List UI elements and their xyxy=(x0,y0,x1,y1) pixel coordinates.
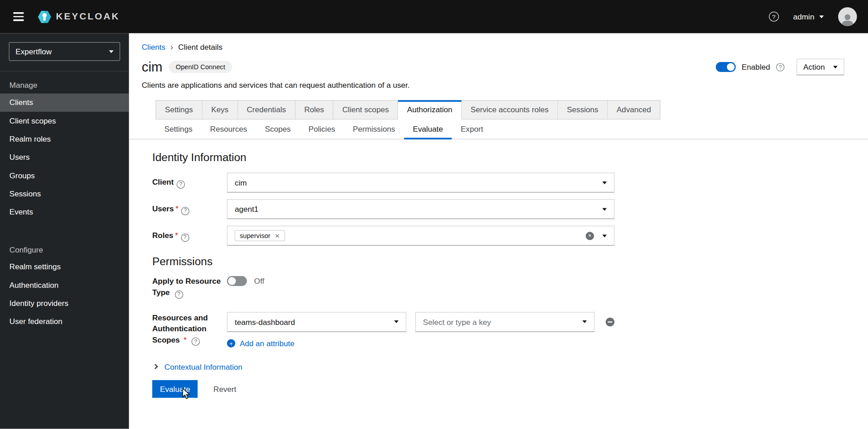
help-icon[interactable]: ? xyxy=(181,234,189,242)
roles-multiselect[interactable]: supervisor ✕ ✕ xyxy=(227,226,614,246)
sidebar-item-user-federation[interactable]: User federation xyxy=(0,313,129,331)
contextual-information-expander[interactable]: Contextual Information xyxy=(152,362,868,371)
users-field-row: Users*? agent1 xyxy=(152,199,868,219)
sidebar-item-realm-roles[interactable]: Realm roles xyxy=(0,130,129,148)
help-icon[interactable]: ? xyxy=(192,338,200,346)
clear-selection-icon[interactable]: ✕ xyxy=(586,232,594,240)
subtab-policies[interactable]: Policies xyxy=(300,119,344,139)
help-icon[interactable]: ? xyxy=(181,207,189,215)
users-field-label: Users*? xyxy=(152,203,227,215)
apply-resource-type-control: Off xyxy=(227,276,614,286)
tab-credentials[interactable]: Credentials xyxy=(238,100,295,119)
roles-field-row: Roles*? supervisor ✕ ✕ xyxy=(152,226,868,246)
tab-client-scopes[interactable]: Client scopes xyxy=(333,100,398,119)
sidebar-item-client-scopes[interactable]: Client scopes xyxy=(0,112,129,130)
sidebar-item-identity-providers[interactable]: Identity providers xyxy=(0,294,129,312)
roles-field-label: Roles*? xyxy=(152,230,227,242)
sidebar-section-configure: Configure Realm settings Authentication … xyxy=(0,236,129,331)
realm-selector[interactable]: Expertflow xyxy=(9,42,120,61)
role-chip-label: supervisor xyxy=(240,232,270,239)
tab-service-accounts-roles[interactable]: Service accounts roles xyxy=(462,100,558,119)
sidebar-item-events[interactable]: Events xyxy=(0,203,129,221)
remove-attribute-icon[interactable] xyxy=(606,317,615,326)
required-asterisk: * xyxy=(175,231,178,240)
subtab-scopes[interactable]: Scopes xyxy=(256,119,299,139)
add-attribute-link[interactable]: + Add an attribute xyxy=(227,339,294,348)
sidebar-item-sessions[interactable]: Sessions xyxy=(0,185,129,203)
help-icon[interactable]: ? xyxy=(776,63,784,71)
tab-roles[interactable]: Roles xyxy=(295,100,333,119)
enabled-toggle[interactable] xyxy=(715,62,735,72)
tab-authorization[interactable]: Authorization xyxy=(398,100,462,119)
sidebar-section-manage: Manage Clients Client scopes Realm roles… xyxy=(0,72,129,221)
protocol-badge: OpenID Connect xyxy=(169,61,232,73)
breadcrumb: Clients › Client details xyxy=(129,33,868,51)
users-select[interactable]: agent1 xyxy=(227,199,614,219)
help-icon[interactable]: ? xyxy=(769,12,779,22)
apply-resource-type-row: Apply to Resource Type ? Off xyxy=(152,276,868,299)
tab-sessions[interactable]: Sessions xyxy=(558,100,608,119)
apply-resource-type-toggle[interactable] xyxy=(227,276,247,286)
sidebar-item-groups[interactable]: Groups xyxy=(0,167,129,185)
resources-scopes-row: Resources and Authentication Scopes * ? … xyxy=(152,312,868,348)
help-icon[interactable]: ? xyxy=(175,290,183,298)
sidebar-item-users[interactable]: Users xyxy=(0,148,129,167)
keycloak-admin-console: KEYCLOAK ? admin Expertflow Mana xyxy=(0,0,868,429)
tab-keys[interactable]: Keys xyxy=(202,100,238,119)
client-field-row: Client? cim xyxy=(152,172,868,192)
revert-button[interactable]: Revert xyxy=(213,384,236,393)
masthead-right: ? admin xyxy=(769,7,858,26)
client-select-value: cim xyxy=(235,178,247,187)
client-select[interactable]: cim xyxy=(227,172,614,192)
chevron-down-icon xyxy=(833,66,838,68)
role-chip-supervisor: supervisor ✕ xyxy=(235,230,285,241)
sidebar-gap xyxy=(0,221,129,236)
nav-toggle-icon[interactable] xyxy=(10,9,27,24)
user-avatar-icon xyxy=(840,13,855,26)
contextual-information-link[interactable]: Contextual Information xyxy=(164,362,242,371)
subtab-permissions[interactable]: Permissions xyxy=(344,119,404,139)
chevron-down-icon xyxy=(602,234,607,237)
chip-remove-icon[interactable]: ✕ xyxy=(275,233,280,238)
chevron-down-icon xyxy=(394,320,398,323)
chevron-down-icon xyxy=(109,50,114,53)
client-field-label: Client? xyxy=(152,176,227,188)
scope-key-select[interactable]: Select or type a key xyxy=(415,312,595,332)
avatar[interactable] xyxy=(838,7,857,26)
page-header-actions: Enabled ? Action xyxy=(715,59,844,76)
sidebar: Expertflow Manage Clients Client scopes … xyxy=(0,33,129,429)
help-icon[interactable]: ? xyxy=(177,180,185,188)
keycloak-logo-icon xyxy=(37,9,52,24)
subtab-export[interactable]: Export xyxy=(452,119,492,139)
evaluate-button[interactable]: Evaluate xyxy=(152,380,198,397)
user-menu[interactable]: admin xyxy=(793,12,824,21)
authorization-subtabs: Settings Resources Scopes Policies Permi… xyxy=(129,119,868,139)
client-description: Clients are applications and services th… xyxy=(129,75,868,90)
sidebar-section-title: Configure xyxy=(0,236,129,258)
action-dropdown-label: Action xyxy=(803,62,825,72)
realm-selector-value: Expertflow xyxy=(15,47,52,56)
breadcrumb-current: Client details xyxy=(178,43,222,52)
sidebar-item-realm-settings[interactable]: Realm settings xyxy=(0,258,129,276)
tab-settings[interactable]: Settings xyxy=(156,100,202,119)
chevron-down-icon xyxy=(582,320,587,323)
apply-resource-type-state: Off xyxy=(254,276,264,286)
realm-selector-wrap: Expertflow xyxy=(0,33,129,71)
subtab-resources[interactable]: Resources xyxy=(201,119,256,139)
action-dropdown[interactable]: Action xyxy=(796,59,844,76)
page-header: cim OpenID Connect Enabled ? Action xyxy=(129,52,868,76)
sidebar-item-authentication[interactable]: Authentication xyxy=(0,276,129,294)
tab-advanced[interactable]: Advanced xyxy=(608,100,660,119)
roles-chips: supervisor ✕ xyxy=(235,230,285,241)
sidebar-item-clients[interactable]: Clients xyxy=(0,94,129,112)
subtab-evaluate[interactable]: Evaluate xyxy=(404,119,452,139)
breadcrumb-clients-link[interactable]: Clients xyxy=(142,43,165,52)
page-title: cim xyxy=(142,59,163,76)
resource-select-value: teams-dashboard xyxy=(235,317,295,326)
required-asterisk: * xyxy=(175,204,178,213)
apply-resource-type-label: Apply to Resource Type ? xyxy=(152,276,227,299)
resource-select[interactable]: teams-dashboard xyxy=(227,312,406,332)
main-content: Clients › Client details cim OpenID Conn… xyxy=(129,33,868,429)
subtab-settings[interactable]: Settings xyxy=(156,119,201,139)
keycloak-logo: KEYCLOAK xyxy=(37,9,120,24)
